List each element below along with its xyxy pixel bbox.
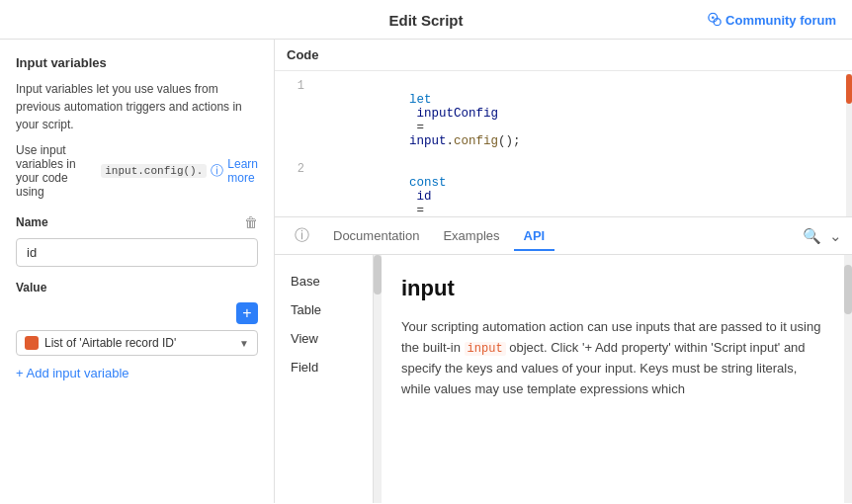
vertical-scrollbar[interactable] bbox=[374, 255, 382, 503]
rscroll-thumb bbox=[844, 265, 852, 314]
tabs-right: 🔍 ⌄ bbox=[803, 227, 842, 245]
left-panel-heading: Input variables bbox=[16, 55, 258, 70]
help-circle-icon: ⓘ bbox=[211, 162, 223, 180]
airtable-icon bbox=[25, 336, 39, 350]
api-nav-view[interactable]: View bbox=[275, 324, 373, 353]
chevron-down-icon: ▼ bbox=[239, 338, 249, 349]
tab-documentation[interactable]: Documentation bbox=[323, 222, 429, 251]
tabs-bar: ⓘ Documentation Examples API 🔍 ⌄ bbox=[275, 217, 852, 255]
code-example: input.config(). bbox=[101, 164, 207, 178]
bottom-wrapper: ⓘ Documentation Examples API 🔍 ⌄ Base Ta… bbox=[275, 217, 852, 503]
left-panel-description: Input variables let you use values from … bbox=[16, 80, 258, 133]
add-variable-button[interactable]: + Add input variable bbox=[16, 366, 129, 380]
code-scrollbar[interactable] bbox=[846, 74, 852, 217]
delete-icon[interactable]: 🗑 bbox=[244, 214, 258, 230]
value-row: + bbox=[16, 302, 258, 324]
api-content-body: Your scripting automation action can use… bbox=[401, 317, 824, 400]
code-line-2: 2 const id = inputConfig.id; bbox=[275, 162, 852, 214]
api-nav-table[interactable]: Table bbox=[275, 295, 373, 324]
main-layout: Input variables Input variables let you … bbox=[0, 40, 852, 503]
value-select[interactable]: List of 'Airtable record ID' ▼ bbox=[16, 330, 258, 356]
value-label: Value bbox=[16, 281, 258, 294]
tab-examples[interactable]: Examples bbox=[433, 222, 509, 251]
vscroll-thumb bbox=[374, 255, 382, 294]
community-forum-link[interactable]: Community forum bbox=[708, 12, 836, 27]
page-title: Edit Script bbox=[388, 12, 463, 29]
highlight-input: input bbox=[465, 342, 506, 356]
name-input[interactable] bbox=[16, 238, 258, 267]
tab-api[interactable]: API bbox=[514, 222, 555, 251]
api-nav: Base Table View Field bbox=[275, 255, 374, 503]
community-forum-label: Community forum bbox=[725, 12, 836, 27]
api-nav-field[interactable]: Field bbox=[275, 353, 373, 381]
help-icon-button[interactable]: ⓘ bbox=[285, 220, 319, 253]
value-select-label: List of 'Airtable record ID' bbox=[44, 336, 176, 350]
name-section-header: Name 🗑 bbox=[16, 214, 258, 230]
value-section: Value + List of 'Airtable record ID' ▼ bbox=[16, 281, 258, 356]
api-content-title: input bbox=[401, 271, 824, 305]
learn-more-link[interactable]: Learn more bbox=[227, 157, 258, 185]
right-panel: Code 1 let inputConfig = input.config();… bbox=[275, 40, 852, 503]
code-line-1: 1 let inputConfig = input.config(); bbox=[275, 79, 852, 162]
name-label: Name bbox=[16, 215, 48, 229]
api-nav-base[interactable]: Base bbox=[275, 267, 373, 295]
bottom-content: Base Table View Field input Your scripti… bbox=[275, 255, 852, 503]
expand-button[interactable]: ⌄ bbox=[829, 227, 842, 245]
add-variable-label: + Add input variable bbox=[16, 366, 129, 380]
svg-point-2 bbox=[712, 16, 715, 19]
community-icon bbox=[708, 13, 722, 27]
right-scrollbar[interactable] bbox=[844, 255, 852, 503]
scrollbar-thumb bbox=[846, 74, 852, 104]
code-area: Code 1 let inputConfig = input.config();… bbox=[275, 40, 852, 217]
api-content: input Your scripting automation action c… bbox=[382, 255, 844, 503]
left-panel: Input variables Input variables let you … bbox=[0, 40, 275, 503]
search-button[interactable]: 🔍 bbox=[803, 227, 821, 245]
input-config-line: Use input variables in your code using i… bbox=[16, 143, 258, 199]
title-bar: Edit Script Community forum bbox=[0, 0, 852, 40]
usage-text: Use input variables in your code using bbox=[16, 143, 97, 199]
add-value-button[interactable]: + bbox=[236, 302, 258, 324]
code-editor[interactable]: 1 let inputConfig = input.config(); 2 co… bbox=[275, 71, 852, 214]
code-header: Code bbox=[275, 40, 852, 71]
